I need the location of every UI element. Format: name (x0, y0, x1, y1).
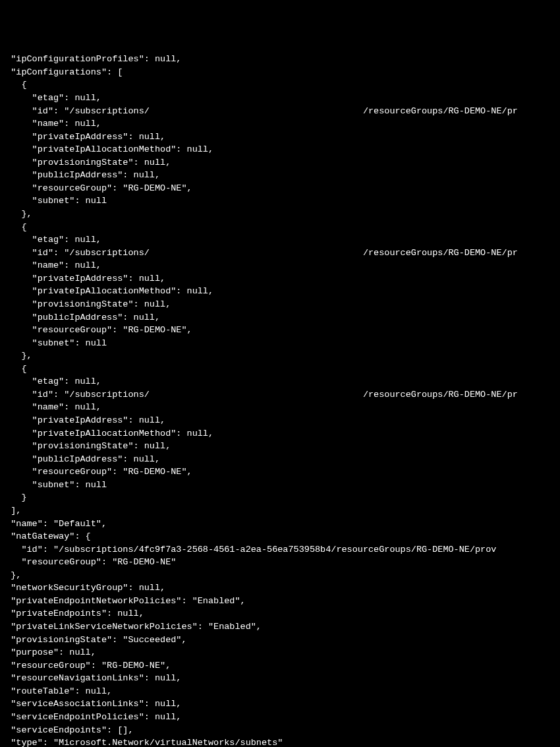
terminal-json-output: "ipConfigurationProfiles": null, "ipConf… (0, 53, 560, 747)
